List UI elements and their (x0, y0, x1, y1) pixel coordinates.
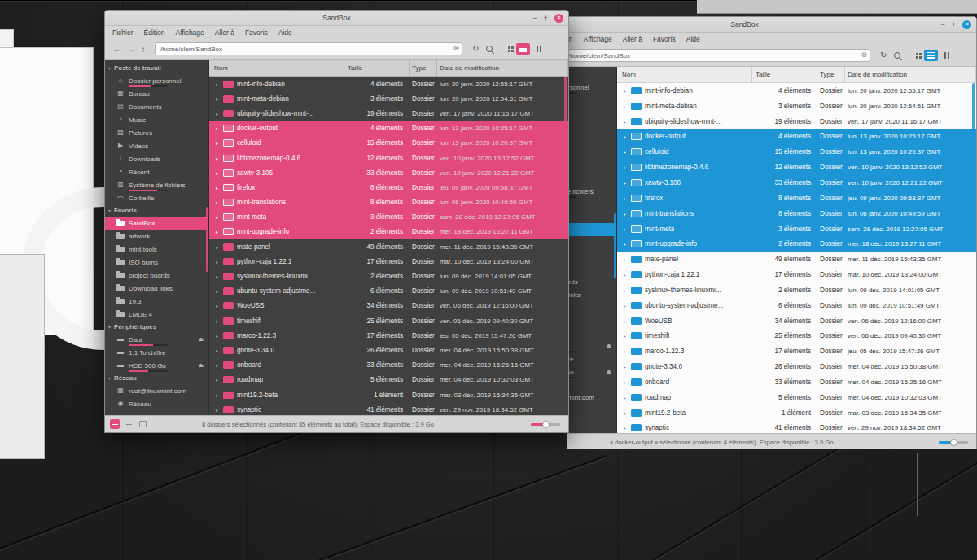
titlebar[interactable]: SandBox − + ✕ (567, 17, 976, 33)
sidebar-item-downloads[interactable]: ↓Downloads (567, 159, 616, 172)
sidebar-item-artwork[interactable]: artwork (105, 230, 208, 243)
list-view-button[interactable] (516, 43, 530, 55)
table-row[interactable]: ▸ubiquity-slideshow-mint-...19 élémentsD… (617, 114, 976, 129)
sidebar-item-lmde-4[interactable]: LMDE 4 (567, 314, 616, 327)
column-header-size[interactable]: Taille (752, 67, 817, 82)
sidebar-section-header[interactable]: ▾Poste de travail (567, 68, 616, 81)
expander-icon[interactable]: ▸ (622, 272, 628, 278)
expander-icon[interactable]: ▸ (214, 199, 220, 205)
sidebar-item-1-1-to-chiffr-[interactable]: ▬1,1 To chiffré (567, 352, 616, 365)
expander-icon[interactable]: ▸ (622, 287, 628, 293)
table-row[interactable]: ▸ubuntu-system-adjustme...6 élémentsDoss… (617, 298, 976, 313)
table-row[interactable]: ▸firefox8 élémentsDossierjeu. 09 janv. 2… (209, 180, 568, 195)
sidebar-item-downloads[interactable]: ↓Downloads (105, 152, 208, 165)
location-input[interactable] (155, 42, 462, 55)
table-row[interactable]: ▸mate-panel49 élémentsDossiermer. 11 déc… (209, 239, 568, 254)
table-row[interactable]: ▸mint-info-debian4 élémentsDossierlun. 2… (617, 83, 976, 98)
expander-icon[interactable]: ▸ (214, 111, 220, 116)
table-row[interactable]: ▸mint-meta-debian3 élémentsDossierlun. 2… (617, 98, 976, 114)
compact-view-button[interactable] (940, 50, 953, 61)
column-header-date[interactable]: Date de modification (437, 60, 568, 76)
table-row[interactable]: ▸ubuntu-system-adjustme...6 élémentsDoss… (209, 284, 568, 299)
sidebar-item-hdd-500-go[interactable]: ▬HDD 500 Go⏏ (567, 365, 616, 378)
icon-view-button[interactable] (501, 43, 515, 55)
table-row[interactable]: ▸python-caja 1.22.117 élémentsDossiermar… (617, 267, 976, 282)
clear-location-icon[interactable]: ⊗ (861, 51, 867, 59)
column-header-type[interactable]: Type (410, 60, 437, 76)
sidebar-section-header[interactable]: ▾Périphériques (567, 327, 616, 339)
table-row[interactable]: ▸mint-info-debian4 élémentsDossierlun. 2… (209, 77, 568, 91)
column-header-name[interactable]: Nom (617, 67, 752, 82)
table-row[interactable]: ▸ubiquity-slideshow-mint-...19 élémentsD… (209, 106, 568, 120)
column-header-date[interactable]: Date de modification (845, 67, 976, 82)
expander-icon[interactable]: ▸ (622, 348, 628, 354)
table-row[interactable]: ▸libtimezonemap-0.4.612 élémentsDossierv… (209, 151, 568, 165)
sidebar-item-dossier-personnel[interactable]: ⌂Dossier personnel (105, 74, 208, 87)
menu-item--dition[interactable]: Édition (144, 28, 165, 37)
expander-icon[interactable]: ▸ (214, 288, 220, 294)
table-row[interactable]: ▸mint-translations8 élémentsDossierlun. … (209, 195, 568, 210)
expander-icon[interactable]: ▸ (622, 333, 628, 339)
table-row[interactable]: ▸marco-1.22.317 élémentsDossierjeu. 05 d… (209, 328, 568, 343)
expander-icon[interactable]: ▸ (214, 333, 220, 339)
sidebar-item-bureau[interactable]: ▦Bureau (105, 87, 208, 100)
expander-icon[interactable]: ▸ (622, 425, 628, 431)
expander-icon[interactable]: ▸ (214, 362, 220, 368)
sidebar-item-r-seau[interactable]: ◉Réseau (567, 404, 616, 417)
table-row[interactable]: ▸mint19.2-beta1 élémentDossiermar. 03 dé… (209, 387, 568, 402)
table-row[interactable]: ▸xawtv-3.10633 élémentsDossierven. 10 ja… (209, 165, 568, 180)
sidebar-section-header[interactable]: ▾Réseau (567, 378, 616, 391)
expander-icon[interactable]: ▸ (214, 229, 220, 234)
expander-icon[interactable]: ▸ (622, 88, 628, 94)
expander-icon[interactable]: ▸ (622, 103, 628, 109)
expander-icon[interactable]: ▸ (214, 244, 220, 250)
table-row[interactable]: ▸synaptic41 élémentsDossierven. 29 nov. … (617, 421, 976, 433)
expander-icon[interactable]: ▸ (214, 140, 220, 146)
sidebar-item-mint-tools[interactable]: mint-tools (567, 249, 616, 262)
table-row[interactable]: ▸WoeUSB34 élémentsDossierven. 06 déc. 20… (209, 299, 568, 313)
table-row[interactable]: ▸firefox8 élémentsDossierjeu. 09 janv. 2… (617, 190, 976, 206)
table-row[interactable]: ▸mint-meta3 élémentsDossiersam. 28 déc. … (209, 210, 568, 225)
compact-view-button[interactable] (532, 43, 545, 55)
table-row[interactable]: ▸docker-output4 élémentsDossierlun. 13 j… (617, 129, 976, 145)
menu-item-favoris[interactable]: Favoris (245, 28, 268, 37)
maximize-button-icon[interactable]: + (952, 21, 956, 28)
table-row[interactable]: ▸mint-upgrade-info2 élémentsDossiermer. … (209, 225, 568, 239)
expander-icon[interactable]: ▸ (214, 377, 220, 383)
menu-item-favoris[interactable]: Favoris (653, 35, 676, 43)
column-header-size[interactable]: Taille (344, 60, 410, 76)
sidebar-item-download-links[interactable]: Download links (567, 288, 616, 301)
sidebar-item-project-boards[interactable]: project boards (567, 275, 616, 288)
sidebar-item-pictures[interactable]: ▨Pictures (105, 126, 208, 139)
sidebar-section-header[interactable]: ▾Périphériques (105, 321, 208, 333)
menu-item-aller-[interactable]: Aller à (623, 35, 642, 43)
column-header-type[interactable]: Type (817, 67, 845, 82)
sidebar-item-pictures[interactable]: ▨Pictures (567, 133, 616, 146)
expander-icon[interactable]: ▸ (622, 395, 628, 400)
expander-icon[interactable]: ▸ (622, 303, 628, 308)
table-row[interactable]: ▸mint-meta3 élémentsDossiersam. 28 déc. … (617, 221, 976, 237)
sidebar-section-header[interactable]: ▾Poste de travail (105, 62, 208, 74)
expander-icon[interactable]: ▸ (214, 155, 220, 161)
table-row[interactable]: ▸mint-meta-debian3 élémentsDossierlun. 2… (209, 91, 568, 106)
table-row[interactable]: ▸celluloid15 élémentsDossierlun. 13 janv… (617, 144, 976, 160)
location-input[interactable] (567, 49, 870, 62)
menu-item-fichier[interactable]: Fichier (112, 28, 134, 37)
sidebar-item-root-linuxmint-com[interactable]: ▦root@linuxmint.com (105, 384, 208, 397)
zoom-slider[interactable] (531, 423, 560, 426)
expander-icon[interactable]: ▸ (622, 211, 628, 217)
sidebar-item-iso-burns[interactable]: ISO burns (105, 256, 208, 269)
table-row[interactable]: ▸gnote-3.34.026 élémentsDossiermer. 04 d… (209, 343, 568, 357)
menu-item-aide[interactable]: Aide (686, 35, 700, 43)
table-row[interactable]: ▸celluloid15 élémentsDossierlun. 13 janv… (209, 136, 568, 151)
expander-icon[interactable]: ▸ (622, 318, 628, 324)
table-row[interactable]: ▸mint19.2-beta1 élémentDossiermar. 03 dé… (617, 405, 976, 421)
sidebar-item-videos[interactable]: ▶Videos (105, 139, 208, 152)
column-header-name[interactable]: Nom (209, 60, 344, 76)
minimize-button-icon[interactable]: − (940, 21, 944, 28)
table-row[interactable]: ▸roadmap5 élémentsDossiermer. 04 déc. 20… (617, 390, 976, 405)
expander-icon[interactable]: ▸ (622, 195, 628, 201)
sidebar-item-documents[interactable]: ▤Documents (105, 100, 208, 113)
sidebar-item-19-3[interactable]: 19.3 (567, 301, 616, 314)
close-button-icon[interactable]: ✕ (554, 14, 563, 23)
